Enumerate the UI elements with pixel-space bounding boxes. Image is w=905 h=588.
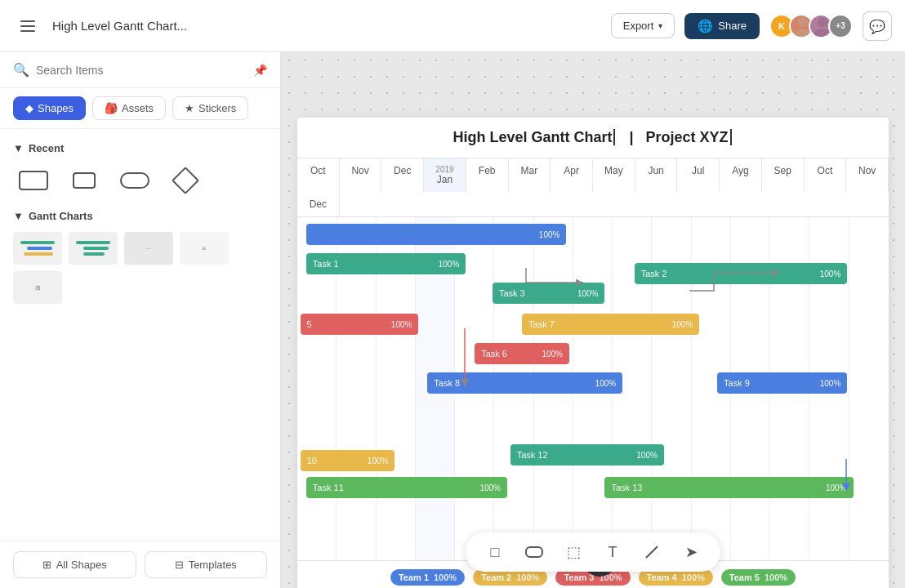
- pin-icon: 📌: [253, 64, 267, 77]
- stickers-icon: ★: [185, 102, 194, 114]
- note-tool-button[interactable]: ⬚: [560, 539, 586, 565]
- task-11-bar[interactable]: Task 11 100%: [306, 477, 507, 498]
- pointer-tool-icon: ➤: [685, 543, 698, 561]
- pointer-tool-button[interactable]: ➤: [678, 539, 704, 565]
- month-jul: Jul: [677, 158, 720, 192]
- task-1-bar[interactable]: Task 1 100%: [306, 253, 466, 274]
- text-tool-button[interactable]: T: [600, 539, 626, 565]
- shape-rectangle[interactable]: [13, 164, 54, 197]
- task-6-bar[interactable]: Task 6 100%: [475, 343, 569, 364]
- shape-diamond[interactable]: [165, 164, 206, 197]
- task-row0-pct: 100%: [534, 230, 560, 239]
- task-row0-bar: 100%: [306, 224, 567, 245]
- team-2-pct: 100%: [516, 572, 539, 582]
- recent-shapes: [13, 164, 267, 197]
- share-button[interactable]: 🌐 Share: [684, 13, 760, 39]
- templates-button[interactable]: ⊟ Templates: [145, 551, 268, 578]
- task-13-bar[interactable]: Task 13 100%: [604, 477, 853, 498]
- gantt-thumb-5[interactable]: ⊞: [13, 271, 62, 304]
- task-10-bar[interactable]: 10 100%: [301, 450, 395, 471]
- gantt-charts-section-header[interactable]: ▼ Gantt Charts: [13, 210, 267, 222]
- rect-tool-button[interactable]: □: [482, 539, 508, 565]
- month-sep: Sep: [762, 158, 805, 192]
- rectangle-shape: [19, 171, 48, 190]
- task-9-label: Task 9: [724, 378, 750, 388]
- rectangle-small-shape: [73, 172, 96, 189]
- task-10-pct: 100%: [363, 457, 389, 466]
- tab-stickers[interactable]: ★ Stickers: [172, 96, 248, 120]
- avatar-count: +3: [828, 14, 853, 38]
- tab-assets[interactable]: 🎒 Assets: [92, 96, 166, 120]
- line-tool-button[interactable]: [639, 539, 665, 565]
- all-shapes-button[interactable]: ⊞ All Shapes: [13, 551, 136, 578]
- gantt-thumb-3[interactable]: ···: [124, 232, 173, 265]
- shape-rectangle-sm[interactable]: [64, 164, 105, 197]
- task-9-bar[interactable]: Task 9 100%: [717, 372, 847, 394]
- line-tool-icon: [645, 546, 658, 559]
- pill-shape: [120, 172, 149, 189]
- gantt-thumb-4[interactable]: ≡: [180, 232, 229, 265]
- task-11-label: Task 11: [313, 483, 344, 492]
- year-label: 2019: [435, 165, 453, 174]
- export-button[interactable]: Export ▾: [611, 13, 675, 38]
- left-panel: 🔍 📌 ◆ Shapes 🎒 Assets ★ Stickers ▼ Recen…: [0, 52, 281, 588]
- task-7-bar[interactable]: Task 7 100%: [522, 314, 699, 335]
- team-2-badge: Team 2 100%: [473, 569, 547, 586]
- task-7-pct: 100%: [667, 320, 693, 329]
- search-input[interactable]: [36, 64, 267, 77]
- team-2-label: Team 2: [481, 572, 511, 582]
- search-icon: 🔍: [13, 62, 29, 78]
- comment-button[interactable]: 💬: [863, 11, 892, 41]
- month-2019jan: 2019 Jan: [424, 158, 466, 192]
- recent-section-header[interactable]: ▼ Recent: [13, 142, 267, 154]
- shape-pill[interactable]: [114, 164, 155, 197]
- task-3-label: Task 3: [499, 288, 525, 298]
- task-2-bar[interactable]: Task 2 100%: [635, 263, 848, 284]
- recent-label: Recent: [29, 142, 64, 154]
- task-8-bar[interactable]: Task 8 100%: [427, 372, 622, 394]
- team-4-label: Team 4: [647, 572, 677, 582]
- gantt-thumb-2[interactable]: [69, 232, 118, 265]
- task-12-pct: 100%: [631, 451, 658, 460]
- task-12-bar[interactable]: Task 12 100%: [510, 444, 664, 466]
- chart-title: High Level Gantt Chart | Project XYZ: [297, 118, 889, 158]
- task-3-pct: 100%: [573, 289, 599, 298]
- stickers-label: Stickers: [198, 102, 236, 114]
- task-6-label: Task 6: [481, 349, 507, 359]
- bottom-bar: ⊞ All Shapes ⊟ Templates: [0, 541, 280, 588]
- task-2-pct: 100%: [815, 270, 841, 278]
- shapes-label: Shapes: [38, 102, 74, 114]
- gantt-thumb-1[interactable]: [13, 232, 62, 265]
- task-5-bar[interactable]: 5 100%: [301, 314, 419, 335]
- task-1-label: Task 1: [313, 259, 339, 269]
- gantt-body: 100% Task 1 100% Task 3 100% Task 2 100%…: [297, 217, 889, 560]
- export-label: Export: [623, 20, 654, 32]
- task-3-bar[interactable]: Task 3 100%: [493, 283, 605, 304]
- team-4-badge: Team 4 100%: [639, 569, 713, 586]
- task-5-pct: 100%: [386, 320, 412, 329]
- chart-title-part2: Project XYZ: [646, 129, 732, 145]
- bottom-toolbar: □ ⬚ T ➤: [466, 532, 720, 572]
- month-nov1: Nov: [340, 158, 382, 192]
- month-apr: Apr: [551, 158, 593, 192]
- team-1-pct: 100%: [434, 572, 457, 582]
- hamburger-icon: [20, 20, 35, 32]
- task-8-label: Task 8: [434, 378, 460, 388]
- gantt-chart: High Level Gantt Chart | Project XYZ Oct…: [297, 118, 889, 588]
- month-mar: Mar: [509, 158, 551, 192]
- month-ayg: Ayg: [720, 158, 762, 192]
- main-canvas[interactable]: High Level Gantt Chart | Project XYZ Oct…: [281, 52, 905, 588]
- shapes-icon: ◆: [25, 102, 33, 114]
- avatar-group: K +3: [769, 14, 853, 38]
- gantt-month-headers: Oct Nov Dec 2019 Jan Feb Mar Apr May Jun…: [297, 158, 889, 217]
- gantt-thumbnails: ··· ≡ ⊞: [13, 232, 267, 304]
- task-10-label: 10: [307, 456, 317, 466]
- gantt-charts-label: Gantt Charts: [29, 210, 93, 222]
- jan-label: Jan: [437, 174, 452, 185]
- rect-tool-icon: □: [491, 544, 500, 561]
- month-may: May: [593, 158, 635, 192]
- tab-shapes[interactable]: ◆ Shapes: [13, 96, 86, 120]
- rounded-rect-tool-button[interactable]: [521, 539, 547, 565]
- hamburger-button[interactable]: [13, 11, 42, 41]
- team-5-label: Team 5: [729, 572, 760, 582]
